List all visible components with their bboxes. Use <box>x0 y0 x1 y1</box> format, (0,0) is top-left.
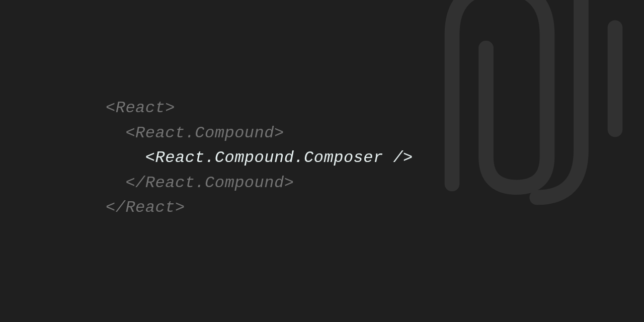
code-line-composer: <React.Compound.Composer /> <box>106 145 413 171</box>
code-line-open-react: <React> <box>106 96 413 121</box>
code-line-open-compound: <React.Compound> <box>106 121 413 146</box>
code-snippet: <React> <React.Compound> <React.Compound… <box>106 96 413 220</box>
code-line-close-react: </React> <box>106 195 413 220</box>
code-line-close-compound: </React.Compound> <box>106 171 413 196</box>
paperclip-logo-icon <box>377 0 644 231</box>
